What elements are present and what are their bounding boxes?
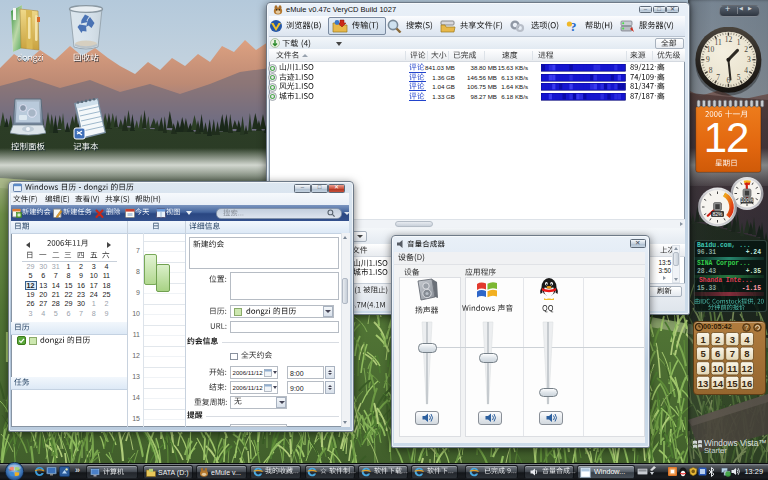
svg-text:8: 8 <box>709 66 713 75</box>
svg-text:4: 4 <box>744 66 748 75</box>
svg-text:14: 14 <box>712 377 723 388</box>
svg-text:16: 16 <box>742 377 753 388</box>
svg-text:12: 12 <box>725 35 733 44</box>
svg-text:100%: 100% <box>741 197 754 203</box>
svg-text:1: 1 <box>737 38 741 47</box>
svg-text:5: 5 <box>700 348 706 359</box>
svg-text:10: 10 <box>712 362 723 373</box>
svg-text:12: 12 <box>742 362 753 373</box>
svg-text:3: 3 <box>730 333 735 344</box>
svg-text:10: 10 <box>707 45 715 54</box>
svg-text:11: 11 <box>714 38 721 47</box>
svg-text:11: 11 <box>727 362 738 373</box>
svg-text:13: 13 <box>698 377 709 388</box>
svg-text:4: 4 <box>744 333 750 344</box>
svg-text:3: 3 <box>747 55 751 64</box>
svg-text:1: 1 <box>700 333 706 344</box>
svg-text:5: 5 <box>737 73 741 82</box>
svg-text:9: 9 <box>700 362 705 373</box>
svg-text:2: 2 <box>715 333 720 344</box>
svg-text:7: 7 <box>716 73 720 82</box>
svg-text:7: 7 <box>730 348 735 359</box>
svg-text:8: 8 <box>744 348 749 359</box>
svg-text:15: 15 <box>727 377 738 388</box>
svg-text:6: 6 <box>715 348 720 359</box>
svg-text:82%: 82% <box>712 211 723 217</box>
svg-text:2: 2 <box>744 45 748 54</box>
svg-text:9: 9 <box>706 55 710 64</box>
